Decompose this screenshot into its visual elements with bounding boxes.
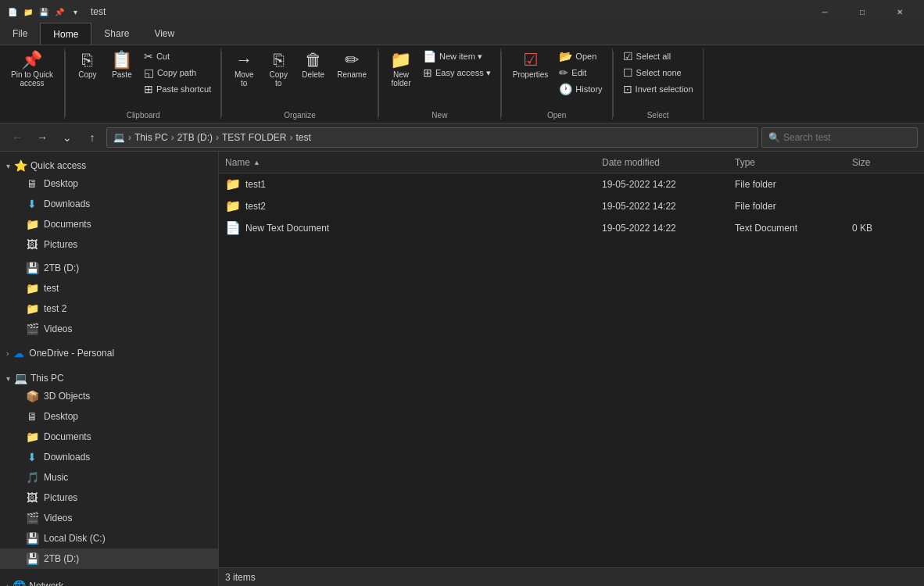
- copy-icon: ⎘: [82, 52, 92, 69]
- minimize-button[interactable]: ─: [807, 0, 843, 23]
- sidebar-item-documents-qa[interactable]: 📁 Documents 📌: [0, 214, 218, 234]
- cut-button[interactable]: ✂ Cut: [141, 48, 214, 64]
- path-2tb[interactable]: 2TB (D:): [177, 132, 213, 143]
- address-path[interactable]: 💻 › This PC › 2TB (D:) › TEST FOLDER › t…: [106, 127, 758, 148]
- sidebar-item-test-qa[interactable]: 📁 test: [0, 278, 218, 298]
- sidebar-item-3d-objects[interactable]: 📦 3D Objects: [0, 386, 218, 406]
- ribbon-clipboard-items: ⎘ Copy 📋 Paste ✂ Cut ◱ Copy path ⊞ Paste…: [72, 48, 214, 109]
- tab-view[interactable]: View: [141, 23, 187, 45]
- file-size-new-text-doc: 0 KB: [846, 223, 924, 234]
- titlebar-pin-icon[interactable]: 📌: [53, 5, 66, 18]
- up-button[interactable]: ↑: [81, 127, 103, 148]
- file-type-test1: File folder: [729, 179, 846, 190]
- sidebar-item-downloads-qa[interactable]: ⬇ Downloads 📌: [0, 194, 218, 214]
- sidebar-item-test2-qa[interactable]: 📁 test 2: [0, 298, 218, 319]
- paste-button[interactable]: 📋 Paste: [106, 48, 138, 82]
- network-header[interactable]: › 🌐 Network: [0, 575, 218, 586]
- pin-label: Pin to Quickaccess: [11, 70, 53, 88]
- documents-pc-icon: 📁: [25, 431, 39, 443]
- maximize-button[interactable]: □: [844, 0, 880, 23]
- test2-qa-label: test 2: [44, 303, 212, 314]
- file-row-test1[interactable]: 📁 test1 19-05-2022 14:22 File folder: [219, 173, 924, 195]
- recent-button[interactable]: ⌄: [56, 127, 78, 148]
- sidebar-item-videos-pc[interactable]: 🎬 Videos: [0, 508, 218, 528]
- col-header-type[interactable]: Type: [729, 152, 846, 173]
- new-item-button[interactable]: 📄 New item ▾: [420, 48, 494, 64]
- edit-button[interactable]: ✏ Edit: [556, 65, 605, 80]
- this-pc-header[interactable]: ▾ 💻 This PC: [0, 367, 218, 386]
- sort-arrow-name: ▲: [253, 159, 260, 166]
- search-box[interactable]: 🔍: [761, 127, 918, 148]
- quick-access-header[interactable]: ▾ ⭐ Quick access: [0, 155, 218, 173]
- easy-access-button[interactable]: ⊞ Easy access ▾: [420, 65, 494, 80]
- onedrive-icon: ☁: [12, 347, 26, 359]
- tab-share[interactable]: Share: [91, 23, 141, 45]
- sidebar-item-2tb-d-qa[interactable]: 💾 2TB (D:): [0, 258, 218, 278]
- ribbon-group-open: ☑ Properties 📂 Open ✏ Edit 🕐 History Ope…: [502, 48, 613, 120]
- properties-button[interactable]: ☑ Properties: [508, 48, 553, 82]
- path-test[interactable]: test: [296, 132, 311, 143]
- sidebar-item-videos-qa[interactable]: 🎬 Videos: [0, 319, 218, 339]
- select-all-button[interactable]: ☑ Select all: [620, 48, 697, 64]
- documents-pc-label: Documents: [44, 431, 212, 442]
- path-test-folder[interactable]: TEST FOLDER: [222, 132, 286, 143]
- onedrive-header[interactable]: › ☁ OneDrive - Personal: [0, 342, 218, 361]
- local-disk-c-label: Local Disk (C:): [44, 533, 212, 544]
- delete-button[interactable]: 🗑 Delete: [297, 48, 329, 82]
- col-header-date[interactable]: Date modified: [596, 152, 729, 173]
- tab-file[interactable]: File: [0, 23, 40, 45]
- new-small-buttons: 📄 New item ▾ ⊞ Easy access ▾: [420, 48, 494, 80]
- titlebar-dropdown-icon[interactable]: ▾: [69, 5, 81, 18]
- copy-path-button[interactable]: ◱ Copy path: [141, 65, 214, 80]
- ribbon-group-organize: → Moveto ⎘ Copyto 🗑 Delete ✏ Rename Orga…: [222, 48, 378, 120]
- close-button[interactable]: ✕: [882, 0, 918, 23]
- ribbon-group-clipboard: ⎘ Copy 📋 Paste ✂ Cut ◱ Copy path ⊞ Paste…: [66, 48, 221, 120]
- sidebar-item-desktop-pc[interactable]: 🖥 Desktop: [0, 406, 218, 427]
- search-input[interactable]: [783, 132, 911, 143]
- forward-button[interactable]: →: [31, 127, 53, 148]
- ribbon-group-quick-access: 📌 Pin to Quickaccess: [0, 48, 65, 120]
- back-button[interactable]: ←: [6, 127, 28, 148]
- sidebar-item-local-disk-c[interactable]: 💾 Local Disk (C:): [0, 528, 218, 548]
- rename-button[interactable]: ✏ Rename: [332, 48, 371, 82]
- invert-selection-button[interactable]: ⊡ Invert selection: [620, 81, 697, 97]
- file-row-test2[interactable]: 📁 test2 19-05-2022 14:22 File folder: [219, 195, 924, 217]
- network-label: Network: [29, 581, 212, 586]
- col-header-name[interactable]: Name ▲: [219, 152, 596, 173]
- open-button[interactable]: 📂 Open: [556, 48, 605, 64]
- sidebar-item-pictures-qa[interactable]: 🖼 Pictures 📌: [0, 234, 218, 255]
- desktop-qa-icon: 🖥: [25, 177, 39, 190]
- sidebar-item-music-pc[interactable]: 🎵 Music: [0, 467, 218, 488]
- sidebar-section-this-pc: ▾ 💻 This PC 📦 3D Objects 🖥 Desktop 📁 Doc…: [0, 364, 218, 572]
- documents-qa-icon: 📁: [25, 218, 39, 230]
- sidebar-item-pictures-pc[interactable]: 🖼 Pictures: [0, 488, 218, 508]
- move-to-button[interactable]: → Moveto: [228, 48, 260, 91]
- copy-button[interactable]: ⎘ Copy: [72, 48, 103, 82]
- new-folder-button[interactable]: 📁 Newfolder: [385, 48, 417, 91]
- copy-to-button[interactable]: ⎘ Copyto: [263, 48, 294, 91]
- paste-shortcut-icon: ⊞: [144, 83, 153, 95]
- sidebar-item-2tb-d-pc[interactable]: 💾 2TB (D:): [0, 548, 218, 569]
- path-this-pc[interactable]: This PC: [134, 132, 168, 143]
- titlebar-new-icon[interactable]: 📄: [6, 5, 19, 18]
- pin-icon: 📌: [21, 52, 42, 69]
- desktop-pc-label: Desktop: [44, 411, 212, 422]
- window-title: test: [91, 6, 106, 17]
- sidebar-item-desktop-qa[interactable]: 🖥 Desktop 📌: [0, 173, 218, 194]
- history-button[interactable]: 🕐 History: [556, 81, 605, 97]
- titlebar-save-icon[interactable]: 💾: [38, 5, 50, 18]
- search-icon: 🔍: [768, 132, 780, 143]
- title-bar: 📄 📁 💾 📌 ▾ test ─ □ ✕: [0, 0, 924, 23]
- paste-shortcut-button[interactable]: ⊞ Paste shortcut: [141, 81, 214, 97]
- sidebar-item-documents-pc[interactable]: 📁 Documents: [0, 427, 218, 447]
- desktop-pc-icon: 🖥: [25, 410, 39, 423]
- sidebar-item-downloads-pc[interactable]: ⬇ Downloads: [0, 447, 218, 467]
- file-row-new-text-doc[interactable]: 📄 New Text Document 19-05-2022 14:22 Tex…: [219, 217, 924, 239]
- new-folder-icon: 📁: [390, 52, 411, 69]
- pin-to-quick-access-button[interactable]: 📌 Pin to Quickaccess: [6, 48, 58, 91]
- select-none-button[interactable]: ☐ Select none: [620, 65, 697, 80]
- open-group-label: Open: [547, 111, 566, 120]
- tab-home[interactable]: Home: [40, 23, 91, 45]
- col-header-size[interactable]: Size: [846, 152, 924, 173]
- titlebar-folder-icon[interactable]: 📁: [22, 5, 34, 18]
